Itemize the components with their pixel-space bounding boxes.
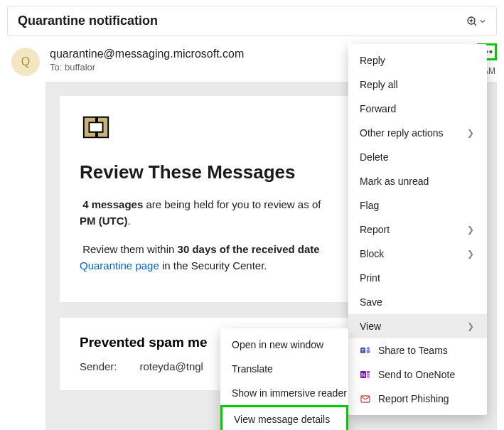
submenu-item-show-in-immersive-reader[interactable]: Show in immersive reader xyxy=(220,381,348,405)
menu-item-reply[interactable]: Reply xyxy=(348,48,487,72)
menu-item-label: Save xyxy=(360,296,382,308)
menu-item-label: Forward xyxy=(360,103,396,114)
svg-rect-10 xyxy=(367,371,370,373)
menu-item-view[interactable]: View❯ xyxy=(348,314,487,338)
menu-item-label: Reply xyxy=(360,55,385,66)
menu-item-label: Report xyxy=(360,224,390,235)
intro-timezone: PM (UTC) xyxy=(80,215,128,227)
menu-item-label: Send to OneNote xyxy=(378,369,455,380)
menu-item-label: Mark as unread xyxy=(360,176,429,187)
quarantine-page-link[interactable]: Quarantine page xyxy=(80,259,159,272)
teams-icon: T xyxy=(360,345,371,356)
zoom-control[interactable] xyxy=(466,16,486,27)
menu-item-other-reply-actions[interactable]: Other reply actions❯ xyxy=(348,121,487,145)
menu-item-save[interactable]: Save xyxy=(348,290,487,314)
avatar: Q xyxy=(11,48,40,76)
chevron-right-icon: ❯ xyxy=(467,321,474,331)
menu-item-label: Share to Teams xyxy=(378,345,448,356)
svg-rect-7 xyxy=(367,350,370,353)
menu-item-label: View xyxy=(360,321,381,332)
menu-item-label: Reply all xyxy=(360,79,398,90)
subject-title: Quarantine notification xyxy=(18,14,158,28)
to-prefix: To: xyxy=(50,62,62,72)
menu-item-label: Other reply actions xyxy=(360,127,444,139)
submenu-item-label: Show in immersive reader xyxy=(232,387,347,399)
magnify-icon xyxy=(466,16,478,27)
sender-value: roteyda@tngl xyxy=(139,360,203,372)
submenu-item-label: View message details xyxy=(234,414,330,425)
chevron-right-icon: ❯ xyxy=(467,128,474,138)
cu-logo-icon xyxy=(80,113,112,143)
svg-point-6 xyxy=(367,347,370,350)
menu-item-block[interactable]: Block❯ xyxy=(348,242,487,266)
menu-item-label: Report Phishing xyxy=(378,393,449,404)
svg-line-1 xyxy=(474,23,476,26)
svg-rect-11 xyxy=(367,374,370,376)
menu-item-report[interactable]: Report❯ xyxy=(348,217,487,242)
submenu-item-label: Translate xyxy=(232,363,273,375)
menu-item-forward[interactable]: Forward xyxy=(348,97,487,121)
message-count: 4 messages xyxy=(82,198,143,210)
submenu-item-translate[interactable]: Translate xyxy=(220,357,348,381)
chevron-right-icon: ❯ xyxy=(467,225,474,235)
menu-item-report-phishing[interactable]: Report Phishing xyxy=(348,387,487,411)
menu-item-share-to-teams[interactable]: TShare to Teams xyxy=(348,338,487,362)
menu-item-reply-all[interactable]: Reply all xyxy=(348,72,487,97)
subject-bar: Quarantine notification xyxy=(7,6,497,36)
menu-item-print[interactable]: Print xyxy=(348,266,487,290)
to-recipient: buffalor xyxy=(65,62,95,72)
menu-item-mark-as-unread[interactable]: Mark as unread xyxy=(348,169,487,193)
menu-item-label: Delete xyxy=(360,151,388,163)
phish-icon xyxy=(360,393,371,404)
svg-text:N: N xyxy=(361,372,365,378)
more-actions-menu: ReplyReply allForwardOther reply actions… xyxy=(348,44,487,415)
onenote-icon: N xyxy=(360,369,371,380)
menu-item-label: Print xyxy=(360,272,380,284)
svg-text:T: T xyxy=(361,348,365,353)
chevron-right-icon: ❯ xyxy=(467,249,474,259)
view-submenu: Open in new windowTranslateShow in immer… xyxy=(220,328,348,430)
menu-item-delete[interactable]: Delete xyxy=(348,145,487,169)
menu-item-flag[interactable]: Flag xyxy=(348,193,487,217)
submenu-item-label: Open in new window xyxy=(232,339,323,350)
menu-item-send-to-onenote[interactable]: NSend to OneNote xyxy=(348,362,487,387)
submenu-item-open-in-new-window[interactable]: Open in new window xyxy=(220,333,348,357)
submenu-item-view-message-details[interactable]: View message details xyxy=(220,405,348,430)
chevron-down-icon xyxy=(479,18,486,25)
svg-rect-12 xyxy=(367,376,370,378)
sender-label: Sender: xyxy=(80,360,136,372)
menu-item-label: Flag xyxy=(360,200,379,211)
menu-item-label: Block xyxy=(360,248,384,259)
